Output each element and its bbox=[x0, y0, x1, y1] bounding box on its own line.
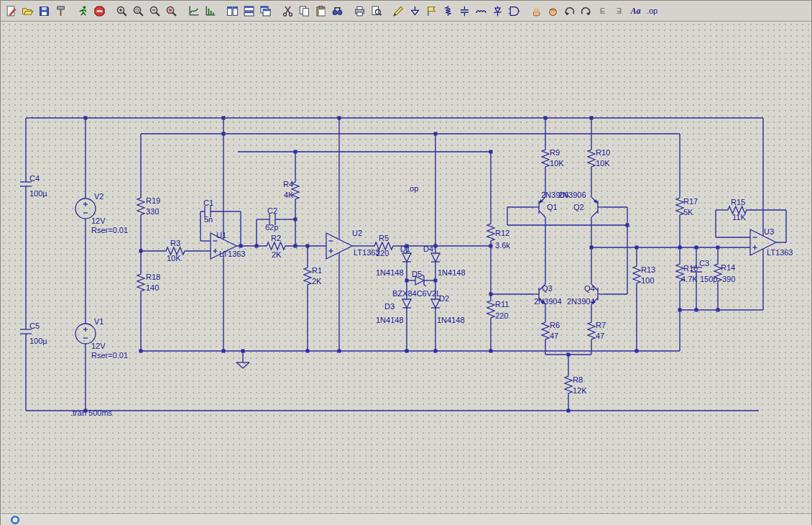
r13-ref-label[interactable]: R13 bbox=[641, 265, 655, 274]
component-c5[interactable]: C5100µ bbox=[20, 321, 47, 345]
paste-button[interactable] bbox=[313, 3, 329, 19]
c2-ref-label[interactable]: C2 bbox=[267, 206, 277, 215]
text-button[interactable]: Aa bbox=[627, 3, 644, 19]
v1-ref-label[interactable]: V1 bbox=[94, 317, 103, 326]
r8-ref-label[interactable]: R8 bbox=[573, 375, 583, 384]
c1-value-label[interactable]: 5n bbox=[204, 215, 213, 224]
component-r16[interactable]: R164.7K bbox=[676, 262, 698, 283]
wire-button[interactable] bbox=[390, 3, 407, 19]
spice-directive-button[interactable]: .op bbox=[644, 3, 660, 19]
schematic-drawing[interactable]: C4100µC5100µV212VRser=0.01V112VRser=0.01… bbox=[1, 22, 811, 513]
move-button[interactable] bbox=[528, 3, 545, 19]
r3-value-label[interactable]: 10K bbox=[167, 254, 181, 262]
component-r13[interactable]: R13100 bbox=[633, 265, 655, 285]
component-d3[interactable]: D31N4148 bbox=[376, 299, 411, 324]
component-button[interactable] bbox=[506, 3, 522, 19]
r2-value-label[interactable]: 2K bbox=[272, 250, 282, 259]
component-r7[interactable]: R747 bbox=[588, 321, 606, 341]
r19-value-label[interactable]: 330 bbox=[146, 207, 159, 216]
d1-ref-label[interactable]: D1 bbox=[400, 245, 410, 253]
r15-value-label[interactable]: 11K bbox=[732, 213, 746, 222]
r9-ref-label[interactable]: R9 bbox=[550, 148, 560, 157]
cut-button[interactable] bbox=[280, 3, 296, 19]
r4-value-label[interactable]: 4K bbox=[284, 191, 294, 199]
run-button[interactable] bbox=[75, 3, 91, 19]
print-preview-button[interactable] bbox=[368, 3, 384, 19]
d1-value-label[interactable]: 1N4148 bbox=[376, 268, 404, 277]
c4-ref-label[interactable]: C4 bbox=[29, 174, 40, 183]
zoom-box-button[interactable] bbox=[130, 3, 147, 19]
r1-ref-label[interactable]: R1 bbox=[312, 266, 322, 275]
component-r9[interactable]: R910K bbox=[542, 148, 564, 168]
r5-value-label[interactable]: 220 bbox=[376, 249, 389, 257]
u1-value-label[interactable]: LT1363 bbox=[219, 250, 246, 258]
mirror-button[interactable]: Ǝ bbox=[611, 3, 627, 19]
schematic-canvas[interactable]: C4100µC5100µV212VRser=0.01V112VRser=0.01… bbox=[1, 22, 811, 514]
r9-value-label[interactable]: 10K bbox=[550, 159, 564, 168]
r12-value-label[interactable]: 3.6k bbox=[495, 241, 510, 250]
component-c4[interactable]: C4100µ bbox=[20, 174, 47, 198]
q2-value-label[interactable]: Q2 bbox=[573, 203, 584, 211]
control-panel-button[interactable] bbox=[52, 3, 69, 19]
inductor-button[interactable] bbox=[473, 3, 489, 19]
halt-button[interactable] bbox=[91, 3, 108, 19]
r12-ref-label[interactable]: R12 bbox=[495, 229, 509, 237]
component-q3[interactable]: Q32N3904 bbox=[533, 281, 562, 307]
save-button[interactable] bbox=[36, 3, 52, 19]
r10-value-label[interactable]: 10K bbox=[596, 159, 610, 168]
tile-horizontal-button[interactable] bbox=[241, 3, 257, 19]
find-button[interactable] bbox=[329, 3, 346, 19]
c4-value-label[interactable]: 100µ bbox=[29, 189, 47, 198]
resistor-button[interactable] bbox=[440, 3, 456, 19]
r10-ref-label[interactable]: R10 bbox=[596, 148, 610, 157]
d4-ref-label[interactable]: D4 bbox=[423, 245, 433, 253]
r17-ref-label[interactable]: R17 bbox=[683, 197, 698, 206]
component-r4[interactable]: R44K bbox=[283, 180, 299, 201]
component-r18[interactable]: R18140 bbox=[137, 273, 160, 293]
r13-value-label[interactable]: 100 bbox=[641, 276, 654, 285]
c2-value-label[interactable]: 62p bbox=[265, 223, 278, 232]
r7-ref-label[interactable]: R7 bbox=[596, 321, 606, 329]
component-q4[interactable]: Q42N3904 bbox=[567, 281, 604, 307]
open-button[interactable] bbox=[19, 3, 36, 19]
u3-value-label[interactable]: LT1363 bbox=[767, 248, 793, 257]
q4-value-label[interactable]: 2N3904 bbox=[567, 297, 595, 306]
component-r10[interactable]: R1010K bbox=[588, 148, 610, 168]
v1-value-label[interactable]: Rser=0.01 bbox=[91, 351, 128, 360]
new-schematic-button[interactable] bbox=[3, 3, 19, 19]
redo-button[interactable] bbox=[578, 3, 594, 19]
u2-ref-label[interactable]: U2 bbox=[352, 229, 362, 237]
component-r3[interactable]: R310K bbox=[165, 239, 186, 262]
undo-button[interactable] bbox=[561, 3, 578, 19]
component-u2[interactable]: U2LT1363 bbox=[326, 229, 380, 259]
component-r2[interactable]: R22K bbox=[265, 234, 287, 259]
capacitor-button[interactable] bbox=[456, 3, 473, 19]
d2-value-label[interactable]: 1N4148 bbox=[437, 316, 465, 324]
v2-value-label[interactable]: 12V bbox=[91, 216, 106, 225]
zoom-in-button[interactable] bbox=[114, 3, 130, 19]
component-r15[interactable]: R1511K bbox=[726, 198, 748, 222]
d4-value-label[interactable]: 1N4148 bbox=[438, 268, 466, 277]
rotate-button[interactable]: E bbox=[594, 3, 611, 19]
zoom-out-button[interactable] bbox=[147, 3, 163, 19]
spice-directive-text[interactable]: .op bbox=[407, 184, 418, 193]
r16-value-label[interactable]: 4.7K bbox=[681, 275, 698, 283]
c1-ref-label[interactable]: C1 bbox=[203, 198, 213, 207]
component-r11[interactable]: R11220 bbox=[487, 299, 509, 320]
d3-value-label[interactable]: 1N4148 bbox=[376, 316, 404, 324]
r14-ref-label[interactable]: R14 bbox=[721, 263, 735, 272]
u1-ref-label[interactable]: U1 bbox=[216, 231, 226, 239]
copy-button[interactable] bbox=[296, 3, 313, 19]
v2-value-label[interactable]: Rser=0.01 bbox=[91, 226, 128, 234]
q1-value-label[interactable]: Q1 bbox=[547, 203, 558, 211]
component-gnd[interactable] bbox=[236, 362, 249, 368]
component-d2[interactable]: D21N4148 bbox=[431, 294, 465, 324]
r5-ref-label[interactable]: R5 bbox=[379, 234, 389, 242]
d2-ref-label[interactable]: D2 bbox=[439, 294, 449, 303]
ground-button[interactable] bbox=[407, 3, 423, 19]
c3-value-label[interactable]: 150p bbox=[700, 275, 717, 283]
r14-value-label[interactable]: 390 bbox=[722, 275, 735, 283]
r7-value-label[interactable]: 47 bbox=[596, 332, 604, 340]
r2-ref-label[interactable]: R2 bbox=[271, 234, 281, 242]
r11-ref-label[interactable]: R11 bbox=[495, 300, 509, 309]
